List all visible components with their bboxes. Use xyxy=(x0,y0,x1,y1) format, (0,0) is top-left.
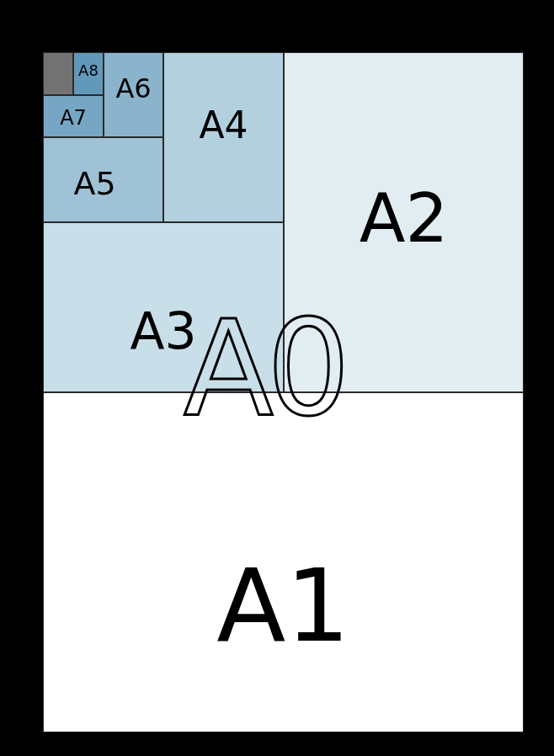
label-a4: A4 xyxy=(199,107,248,144)
sheet-a8: A8 xyxy=(73,52,104,95)
sheet-a7: A7 xyxy=(43,95,104,137)
sheet-a9 xyxy=(43,52,73,95)
label-a2: A2 xyxy=(360,185,449,253)
sheet-a5: A5 xyxy=(43,137,163,222)
label-a8: A8 xyxy=(78,63,99,78)
label-a1: A1 xyxy=(216,556,349,657)
paper-size-diagram: A1 A2 A3 A4 A5 A6 A7 A8 A0 xyxy=(0,0,554,756)
label-a7: A7 xyxy=(60,108,87,128)
label-a6: A6 xyxy=(115,75,151,102)
sheet-a4: A4 xyxy=(163,52,284,222)
label-a0: A0 xyxy=(184,303,344,434)
sheet-a6: A6 xyxy=(104,52,163,137)
label-a5: A5 xyxy=(73,168,115,200)
